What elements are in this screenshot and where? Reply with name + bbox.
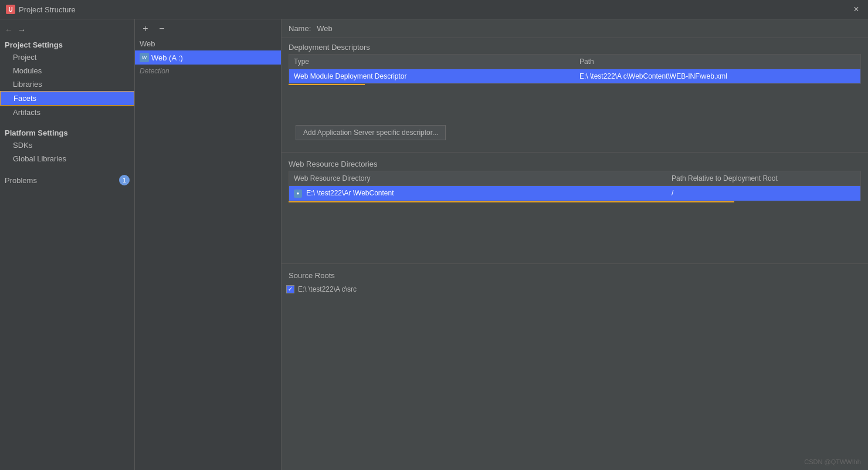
right-panel: Name: Web Deployment Descriptors Type Pa… [282, 19, 868, 470]
name-value: Web [317, 24, 333, 33]
rel-column-header: Path Relative to Deployment Root [667, 171, 860, 185]
watermark: CSDN @QTWWIhh [804, 458, 861, 465]
sidebar-item-libraries[interactable]: Libraries [0, 77, 134, 91]
resource-table-header: Web Resource Directory Path Relative to … [289, 171, 860, 186]
section-divider-line-2 [282, 263, 868, 264]
title-bar: U Project Structure × [0, 0, 868, 19]
source-roots-section: Source Roots ✓ E:\ \test222\A c\src [282, 266, 868, 296]
resource-dir-icon: ● [294, 190, 302, 198]
remove-button[interactable]: − [156, 23, 168, 35]
middle-section-label: Web [135, 38, 281, 50]
sidebar-item-sdks[interactable]: SDKs [0, 138, 134, 152]
nav-back-forward: ← → [0, 24, 134, 38]
sidebar-item-facets[interactable]: Facets [0, 91, 134, 106]
back-button[interactable]: ← [5, 25, 13, 35]
source-root-checkbox[interactable]: ✓ [286, 285, 294, 293]
section-divider-line-1 [282, 152, 868, 153]
path-column-header: Path [575, 55, 860, 69]
problems-section[interactable]: Problems 1 [0, 173, 134, 188]
resource-table-row[interactable]: ● E:\ \test222\Ar \WebContent / [289, 186, 860, 201]
source-root-row: ✓ E:\ \test222\A c\src [282, 282, 868, 296]
project-structure-dialog: U Project Structure × ← → Project Settin… [0, 0, 868, 470]
sidebar: ← → Project Settings Project Modules Lib… [0, 19, 135, 470]
add-button[interactable]: + [140, 23, 151, 35]
web-resource-title: Web Resource Directories [282, 155, 868, 171]
forward-button[interactable]: → [18, 25, 26, 35]
resource-rel-cell: / [667, 186, 860, 200]
web-module-icon: W [140, 53, 149, 62]
deployment-table: Type Path Web Module Deployment Descript… [289, 54, 861, 84]
deployment-descriptors-title: Deployment Descriptors [282, 38, 868, 54]
dialog-title: Project Structure [19, 5, 76, 14]
title-bar-left: U Project Structure [6, 5, 76, 14]
platform-settings-header: Platform Settings [0, 126, 134, 138]
deployment-descriptors-section: Deployment Descriptors Type Path Web Mod… [282, 38, 868, 150]
tree-item-web[interactable]: W Web (A :) [135, 50, 281, 65]
deployment-type-cell: Web Module Deployment Descriptor [289, 69, 575, 83]
web-resource-directories-section: Web Resource Directories Web Resource Di… [282, 155, 868, 261]
sidebar-item-artifacts[interactable]: Artifacts [0, 106, 134, 119]
empty-space-2 [282, 202, 868, 261]
add-descriptor-button[interactable]: Add Application Server specific descript… [296, 125, 446, 140]
deployment-table-header: Type Path [289, 55, 860, 69]
resource-table: Web Resource Directory Path Relative to … [289, 171, 861, 201]
name-row: Name: Web [282, 19, 868, 38]
type-column-header: Type [289, 55, 575, 69]
source-roots-title: Source Roots [282, 266, 868, 282]
deployment-table-row[interactable]: Web Module Deployment Descriptor E:\ \te… [289, 69, 860, 83]
middle-panel: + − Web W Web (A :) Detection [135, 19, 282, 470]
problems-badge: 1 [119, 175, 130, 185]
resource-dir-cell: ● E:\ \test222\Ar \WebContent [289, 186, 667, 201]
source-root-path: E:\ \test222\A c\src [298, 285, 357, 293]
detection-label: Detection [135, 65, 281, 77]
project-settings-header: Project Settings [0, 38, 134, 50]
close-button[interactable]: × [850, 4, 862, 15]
middle-toolbar: + − [135, 19, 281, 38]
problems-label: Problems [5, 176, 37, 185]
app-icon: U [6, 5, 15, 14]
name-label: Name: [289, 24, 311, 33]
empty-space-1 [282, 85, 868, 120]
add-descriptor-container: Add Application Server specific descript… [282, 120, 868, 150]
sidebar-item-global-libraries[interactable]: Global Libraries [0, 152, 134, 165]
sidebar-item-project[interactable]: Project [0, 50, 134, 64]
deployment-path-cell: E:\ \test222\A c\WebContent\WEB-INF\web.… [575, 69, 860, 83]
main-content: ← → Project Settings Project Modules Lib… [0, 19, 868, 470]
dir-column-header: Web Resource Directory [289, 171, 667, 185]
tree-item-text: Web (A :) [151, 53, 183, 62]
sidebar-item-modules[interactable]: Modules [0, 64, 134, 77]
